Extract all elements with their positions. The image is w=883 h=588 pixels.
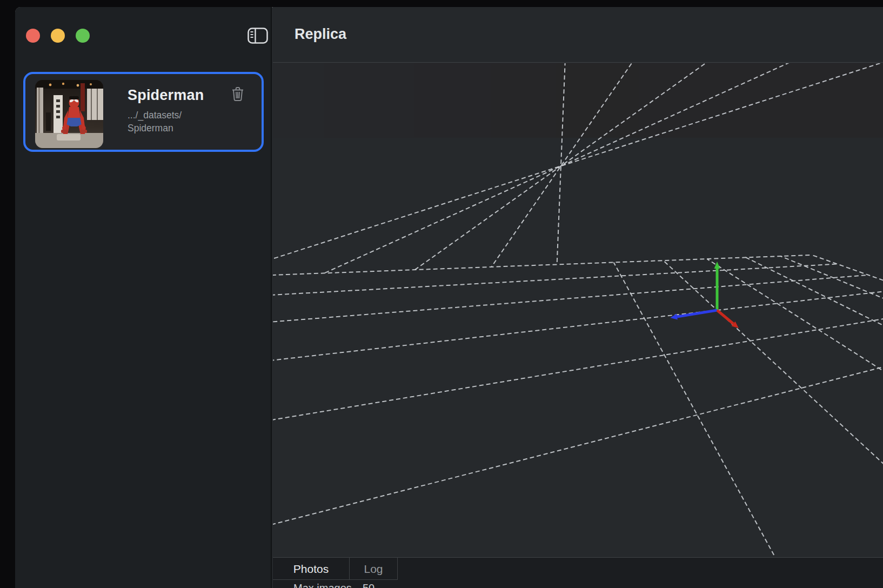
y-axis-up-arrow [714,262,720,269]
minimize-button-icon[interactable] [51,29,65,43]
window-controls [26,29,90,43]
title-bar: Replica [273,7,883,63]
dataset-path: .../_datasets/ Spiderman [128,109,182,135]
close-button-icon[interactable] [26,29,40,43]
settings-row-value: 50 [363,582,374,588]
bottom-panel: Photos Log Max images 50 [273,557,883,588]
dataset-thumbnail-image [35,80,103,148]
viewport-3d-canvas[interactable] [273,63,883,557]
zoom-button-icon[interactable] [76,29,90,43]
ground-grid-and-gizmo [273,63,883,557]
tab-log[interactable]: Log [350,558,398,580]
page-title: Replica [295,26,346,43]
sidebar-toggle-button[interactable] [247,28,268,44]
dataset-card-spiderman[interactable]: Spiderman .../_datasets/ Spiderman [23,72,264,152]
z-axis-left-arrow [670,314,678,320]
dataset-title: Spiderman [128,87,204,104]
sidebar: Spiderman .../_datasets/ Spiderman [15,7,272,588]
tab-photos[interactable]: Photos [273,558,350,580]
main-area: Replica Photos Log Max images 50 [273,7,883,588]
trash-icon [232,95,244,103]
sidebar-toggle-icon [247,37,268,45]
settings-row-label: Max images [293,582,352,588]
app-window: Spiderman .../_datasets/ Spiderman [15,7,883,588]
dataset-path-line2: Spiderman [128,122,182,135]
settings-row-partial: Max images 50 [273,582,883,588]
dataset-thumbnail [35,80,103,148]
delete-dataset-button[interactable] [231,87,244,102]
dataset-path-line1: .../_datasets/ [128,109,182,122]
